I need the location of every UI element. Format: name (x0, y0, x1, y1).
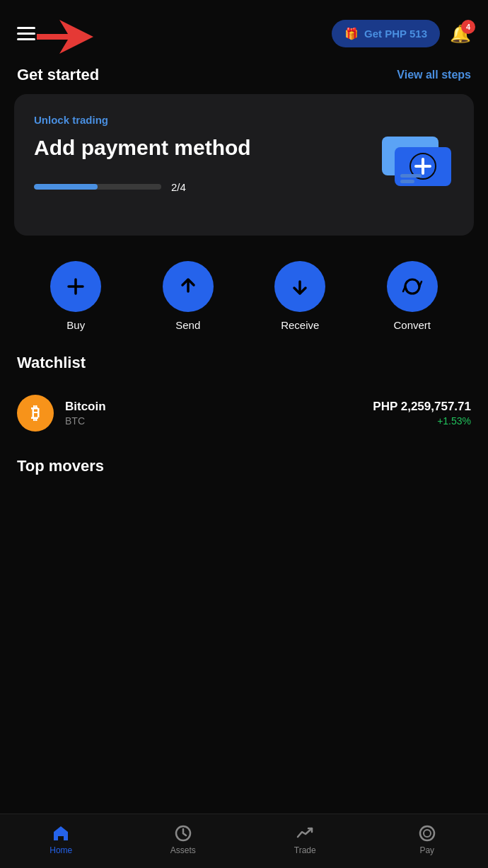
send-action[interactable]: Send (163, 261, 214, 331)
nav-trade-label: Trade (294, 845, 316, 855)
coin-symbol: BTC (65, 415, 106, 427)
card-illustration (375, 115, 460, 203)
view-all-steps-link[interactable]: View all steps (397, 69, 471, 81)
gift-icon: 🎁 (344, 27, 359, 40)
nav-assets-label: Assets (170, 845, 196, 855)
convert-icon (402, 276, 423, 297)
progress-bar (34, 184, 161, 190)
coin-right: PHP 2,259,757.71 +1.53% (373, 400, 471, 427)
send-circle (163, 261, 214, 312)
top-movers-section: Top movers (0, 440, 488, 475)
notification-bell[interactable]: 🔔 4 (450, 24, 471, 44)
buy-action[interactable]: Buy (50, 261, 101, 331)
home-icon (52, 824, 70, 843)
arrow-indicator (37, 16, 93, 58)
pay-icon (418, 824, 436, 843)
hamburger-menu[interactable] (17, 27, 35, 40)
progress-text: 2/4 (171, 181, 186, 193)
nav-assets[interactable]: Assets (158, 824, 208, 855)
svg-marker-0 (37, 20, 93, 54)
onboarding-card[interactable]: Unlock trading Add payment method 2/4 (14, 94, 474, 236)
convert-action[interactable]: Convert (387, 261, 438, 331)
watchlist-title: Watchlist (17, 354, 471, 372)
promo-button[interactable]: 🎁 Get PHP 513 (332, 20, 440, 47)
svg-point-13 (420, 826, 434, 840)
bottom-navigation: Home Assets Trade Pay (0, 814, 488, 868)
nav-home-label: Home (50, 845, 72, 855)
coin-price: PHP 2,259,757.71 (373, 400, 471, 414)
watchlist-item-bitcoin[interactable]: ₿ Bitcoin BTC PHP 2,259,757.71 +1.53% (17, 386, 471, 440)
coin-info: Bitcoin BTC (65, 400, 106, 427)
nav-home[interactable]: Home (36, 824, 86, 855)
buy-label: Buy (66, 319, 85, 331)
receive-icon (289, 276, 310, 297)
promo-label: Get PHP 513 (364, 28, 427, 40)
header: 🎁 Get PHP 513 🔔 4 (0, 0, 488, 59)
buy-circle (50, 261, 101, 312)
header-right: 🎁 Get PHP 513 🔔 4 (332, 20, 471, 47)
watchlist-section: Watchlist ₿ Bitcoin BTC PHP 2,259,757.71… (0, 354, 488, 440)
top-movers-title: Top movers (17, 457, 471, 475)
nav-pay[interactable]: Pay (402, 824, 452, 855)
coin-change: +1.53% (373, 415, 471, 427)
progress-bar-fill (34, 184, 98, 190)
get-started-header: Get started View all steps (0, 59, 488, 94)
convert-circle (387, 261, 438, 312)
assets-icon (174, 824, 192, 843)
svg-rect-7 (400, 180, 414, 183)
receive-action[interactable]: Receive (274, 261, 325, 331)
coin-left: ₿ Bitcoin BTC (17, 395, 106, 432)
receive-circle (274, 261, 325, 312)
plus-icon (65, 276, 86, 297)
svg-rect-6 (400, 174, 422, 178)
action-buttons: Buy Send Receive (0, 255, 488, 354)
get-started-title: Get started (17, 66, 99, 84)
send-icon (178, 276, 199, 297)
receive-label: Receive (281, 319, 319, 331)
svg-point-14 (424, 830, 431, 837)
coin-name: Bitcoin (65, 400, 106, 414)
convert-label: Convert (393, 319, 431, 331)
nav-pay-label: Pay (419, 845, 434, 855)
card-title: Add payment method (34, 134, 286, 161)
trade-icon (296, 824, 314, 843)
nav-trade[interactable]: Trade (280, 824, 330, 855)
notification-badge: 4 (461, 20, 475, 34)
bitcoin-icon: ₿ (17, 395, 54, 432)
send-label: Send (175, 319, 200, 331)
